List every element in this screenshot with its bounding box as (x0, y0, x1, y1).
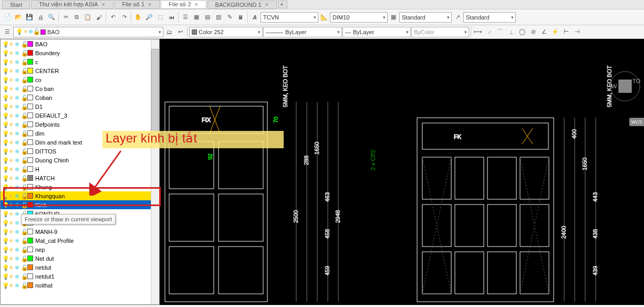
lock-icon[interactable]: 🔓 (21, 104, 27, 109)
std2-select[interactable]: Standard (463, 12, 516, 23)
layer-row-c[interactable]: 💡☀❄🔓c (1, 57, 159, 66)
color-swatch[interactable] (27, 121, 33, 127)
bulb-icon[interactable]: 💡 (2, 41, 8, 47)
mleader-style-icon[interactable]: ↗ (452, 12, 463, 23)
scrollbar[interactable] (151, 39, 159, 291)
layer-row-noithat[interactable]: 💡☀❄🔓noithat (1, 281, 159, 290)
props-icon[interactable]: ☰ (180, 12, 191, 23)
dim-arc-icon[interactable]: ⌒ (495, 27, 505, 37)
dimstyle-select[interactable]: DIM10 (330, 12, 388, 23)
lock-icon[interactable]: 🔓 (21, 86, 27, 91)
bulb-icon[interactable]: 💡 (2, 282, 8, 288)
dim-dia-icon[interactable]: ⊘ (528, 27, 538, 37)
layer-row-D1[interactable]: 💡☀❄🔓D1 (1, 102, 159, 111)
freeze-vp-icon[interactable]: ❄ (15, 68, 20, 74)
lock-icon[interactable]: 🔓 (21, 148, 27, 154)
dim-radius-icon[interactable]: ◯ (517, 27, 527, 37)
sun-icon[interactable]: ☀ (8, 166, 14, 172)
bulb-icon[interactable]: 💡 (2, 139, 8, 145)
layer-row-Duong Chinh[interactable]: 💡☀❄🔓Duong Chinh (1, 156, 159, 165)
bulb-icon[interactable]: 💡 (2, 175, 8, 181)
sun-icon[interactable]: ☀ (8, 68, 14, 74)
color-swatch[interactable] (27, 175, 33, 181)
tab-2[interactable]: File số 1✕ (115, 0, 160, 9)
layer-row-DEFAULT_3[interactable]: 💡☀❄🔓DEFAULT_3 (1, 111, 159, 120)
sun-icon[interactable]: ☀ (8, 175, 14, 181)
textstyle-select[interactable]: TCVN (261, 12, 318, 23)
freeze-vp-icon[interactable]: ❄ (15, 282, 20, 288)
close-icon[interactable]: ✕ (148, 2, 152, 7)
tab-3[interactable]: File số 2✕ (161, 0, 206, 9)
color-swatch[interactable] (27, 95, 33, 100)
sun-icon[interactable]: ☀ (8, 86, 14, 91)
scrollbar-thumb[interactable] (151, 49, 159, 144)
bulb-icon[interactable]: 💡 (2, 104, 8, 109)
bulb-icon[interactable]: 💡 (2, 86, 8, 91)
lock-icon[interactable]: 🔓 (21, 166, 27, 172)
layer-row-Co ban[interactable]: 💡☀❄🔓Co ban (1, 84, 159, 93)
sun-icon[interactable]: ☀ (8, 282, 14, 288)
lock-icon[interactable]: 🔓 (21, 238, 27, 243)
lock-icon[interactable]: 🔓 (21, 139, 27, 145)
color-swatch[interactable] (27, 166, 33, 172)
sun-icon[interactable]: ☀ (8, 41, 14, 47)
color-swatch[interactable] (27, 77, 33, 83)
dim-quick-icon[interactable]: ⚡ (550, 27, 560, 37)
pan-icon[interactable]: ✋ (133, 12, 143, 23)
dim-base-icon[interactable]: ⊢ (561, 27, 572, 37)
dim-linear-icon[interactable]: ⟼ (473, 27, 483, 37)
calc-icon[interactable]: 🖩 (235, 12, 246, 23)
lock-icon[interactable]: 🔓 (21, 68, 27, 74)
color-swatch[interactable] (27, 255, 33, 261)
freeze-vp-icon[interactable]: ❄ (15, 229, 20, 234)
std1-select[interactable]: Standard (399, 12, 452, 23)
bulb-icon[interactable]: 💡 (2, 211, 8, 217)
layer-row-Boundery[interactable]: 💡☀❄🔓Boundery (1, 48, 159, 57)
layer-row-netdut1[interactable]: 💡☀❄🔓netdut1 (1, 272, 159, 281)
layer-row-MANH-9[interactable]: 💡☀❄🔓MANH-9 (1, 227, 159, 236)
sun-icon[interactable]: ☀ (8, 59, 14, 65)
tool-palette-icon[interactable]: ▤ (202, 12, 213, 23)
tab-start[interactable]: Start (2, 1, 30, 9)
lock-icon[interactable]: 🔓 (21, 229, 27, 234)
sun-icon[interactable]: ☀ (8, 50, 14, 56)
color-swatch[interactable] (27, 50, 33, 56)
dim-ord-icon[interactable]: ⟂ (506, 27, 516, 37)
freeze-vp-icon[interactable]: ❄ (15, 95, 20, 100)
lock-icon[interactable]: 🔓 (21, 130, 27, 136)
freeze-vp-icon[interactable]: ❄ (15, 157, 20, 163)
sun-icon[interactable]: ☀ (8, 121, 14, 127)
sun-icon[interactable]: ☀ (8, 104, 14, 109)
dim-style-icon[interactable]: 📐 (319, 12, 329, 23)
paste-icon[interactable]: 📋 (82, 12, 93, 23)
close-icon[interactable]: ✕ (265, 2, 269, 7)
sun-icon[interactable]: ☀ (8, 130, 14, 136)
freeze-vp-icon[interactable]: ❄ (15, 175, 20, 181)
color-swatch[interactable] (27, 264, 33, 270)
viewcube[interactable]: WTO (609, 70, 641, 102)
lock-icon[interactable]: 🔓 (21, 50, 27, 56)
dim-ang-icon[interactable]: ∠ (539, 27, 549, 37)
cut-icon[interactable]: ✂ (60, 12, 71, 23)
layer-list[interactable]: 💡☀❄🔓BAO💡☀❄🔓Boundery💡☀❄🔓c💡☀❄🔓CENTER💡☀❄🔓co… (1, 39, 159, 291)
color-swatch[interactable] (27, 68, 33, 74)
layer-row-netdut[interactable]: 💡☀❄🔓netdut (1, 263, 159, 272)
sun-icon[interactable]: ☀ (8, 255, 14, 261)
sun-icon[interactable]: ☀ (8, 157, 14, 163)
bulb-icon[interactable]: 💡 (2, 121, 8, 127)
redo-icon[interactable]: ↷ (119, 12, 129, 23)
lock-icon[interactable]: 🔓 (21, 77, 27, 83)
freeze-vp-icon[interactable]: ❄ (15, 255, 20, 261)
sun-icon[interactable]: ☀ (8, 238, 14, 243)
undo-icon[interactable]: ↶ (108, 12, 118, 23)
lock-icon[interactable]: 🔓 (21, 112, 27, 118)
bulb-icon[interactable]: 💡 (2, 229, 8, 234)
color-swatch[interactable] (27, 148, 33, 154)
open-icon[interactable]: 📂 (13, 12, 24, 23)
bulb-icon[interactable]: 💡 (2, 157, 8, 163)
sun-icon[interactable]: ☀ (8, 77, 14, 83)
sun-icon[interactable]: ☀ (8, 264, 14, 270)
color-swatch[interactable] (27, 104, 33, 109)
command-line[interactable]: Command : (0, 305, 644, 307)
print-icon[interactable]: 🖨 (35, 12, 46, 23)
